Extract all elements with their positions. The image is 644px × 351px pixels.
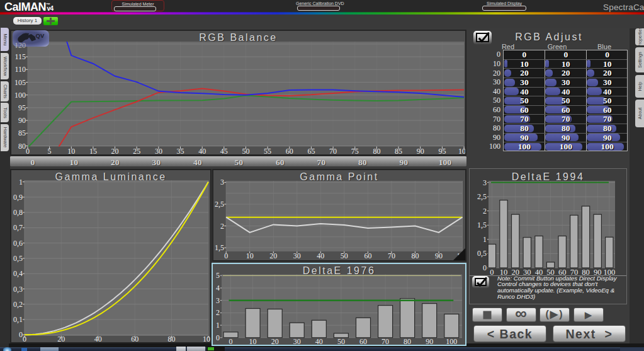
svg-text:0,8: 0,8 xyxy=(13,208,23,217)
svg-text:50: 50 xyxy=(337,337,345,345)
svg-text:40: 40 xyxy=(94,335,102,342)
svg-text:30: 30 xyxy=(293,337,301,345)
svg-text:80: 80 xyxy=(411,251,419,260)
svg-text:40: 40 xyxy=(315,337,323,345)
svg-text:10: 10 xyxy=(246,251,254,260)
svg-text:20: 20 xyxy=(271,337,279,345)
svg-text:10: 10 xyxy=(67,147,75,154)
svg-text:1,5: 1,5 xyxy=(477,221,487,229)
svg-text:85: 85 xyxy=(18,129,26,137)
svg-text:0: 0 xyxy=(229,337,233,345)
svg-text:50: 50 xyxy=(242,147,250,154)
svg-text:85: 85 xyxy=(395,147,402,154)
svg-text:55: 55 xyxy=(264,147,271,154)
svg-text:1,5: 1,5 xyxy=(215,243,224,252)
svg-text:QV: QV xyxy=(36,32,45,39)
svg-text:15: 15 xyxy=(89,147,97,154)
svg-text:3: 3 xyxy=(220,178,224,187)
svg-text:70: 70 xyxy=(381,337,389,345)
svg-text:80: 80 xyxy=(18,142,26,151)
svg-text:100: 100 xyxy=(446,337,457,345)
svg-text:2: 2 xyxy=(220,222,224,231)
svg-text:2,5: 2,5 xyxy=(477,192,487,201)
svg-text:0,2: 0,2 xyxy=(13,300,23,309)
svg-text:35: 35 xyxy=(177,147,184,154)
svg-text:0: 0 xyxy=(224,251,228,260)
svg-text:0: 0 xyxy=(216,333,220,342)
svg-text:60: 60 xyxy=(286,147,293,154)
svg-text:0: 0 xyxy=(23,335,26,342)
svg-text:115: 115 xyxy=(14,52,26,61)
svg-text:0: 0 xyxy=(26,147,30,154)
svg-text:90: 90 xyxy=(417,147,424,154)
svg-text:2: 2 xyxy=(216,308,220,317)
svg-text:20: 20 xyxy=(57,335,65,342)
svg-text:1: 1 xyxy=(483,235,487,244)
svg-text:60: 60 xyxy=(131,335,138,342)
svg-text:0,3: 0,3 xyxy=(13,285,23,294)
svg-text:0,7: 0,7 xyxy=(13,223,23,232)
svg-text:60: 60 xyxy=(364,251,371,260)
svg-text:1: 1 xyxy=(216,321,220,330)
svg-text:25: 25 xyxy=(133,147,140,154)
svg-text:5: 5 xyxy=(216,271,220,280)
svg-text:90: 90 xyxy=(435,251,443,260)
svg-text:4: 4 xyxy=(216,284,220,292)
svg-text:0: 0 xyxy=(483,263,487,272)
svg-text:2: 2 xyxy=(483,207,487,216)
svg-text:3: 3 xyxy=(216,296,220,305)
svg-text:80: 80 xyxy=(168,335,176,342)
svg-text:40: 40 xyxy=(198,147,206,154)
svg-text:80: 80 xyxy=(404,337,411,345)
svg-text:70: 70 xyxy=(388,251,395,260)
svg-text:100: 100 xyxy=(203,335,210,342)
svg-text:0,6: 0,6 xyxy=(13,239,23,248)
svg-text:20: 20 xyxy=(269,251,277,260)
svg-text:2,5: 2,5 xyxy=(215,200,224,209)
svg-text:10: 10 xyxy=(249,337,257,345)
svg-text:100: 100 xyxy=(14,91,26,100)
svg-text:70: 70 xyxy=(329,147,337,154)
svg-text:60: 60 xyxy=(359,337,367,345)
svg-text:5: 5 xyxy=(48,147,52,154)
svg-text:95: 95 xyxy=(18,103,26,112)
svg-text:90: 90 xyxy=(18,116,26,125)
svg-text:65: 65 xyxy=(307,147,315,154)
svg-text:20: 20 xyxy=(111,147,119,154)
svg-text:105: 105 xyxy=(14,78,26,87)
svg-text:80: 80 xyxy=(373,147,380,154)
svg-text:75: 75 xyxy=(351,147,359,154)
svg-text:95: 95 xyxy=(438,147,446,154)
svg-text:0,5: 0,5 xyxy=(13,254,23,263)
svg-text:0,1: 0,1 xyxy=(13,315,23,324)
svg-text:30: 30 xyxy=(293,251,301,260)
svg-text:50: 50 xyxy=(341,251,348,260)
svg-text:0: 0 xyxy=(490,268,494,277)
svg-text:110: 110 xyxy=(14,65,26,74)
svg-text:100: 100 xyxy=(458,147,465,154)
svg-text:1: 1 xyxy=(19,178,23,187)
svg-text:45: 45 xyxy=(220,147,228,154)
svg-text:30: 30 xyxy=(155,147,162,154)
svg-text:0,5: 0,5 xyxy=(477,249,487,258)
svg-text:0,9: 0,9 xyxy=(13,193,23,202)
svg-text:3: 3 xyxy=(483,178,487,187)
svg-text:40: 40 xyxy=(317,251,324,260)
svg-text:90: 90 xyxy=(426,337,433,345)
svg-text:0,4: 0,4 xyxy=(13,269,23,278)
